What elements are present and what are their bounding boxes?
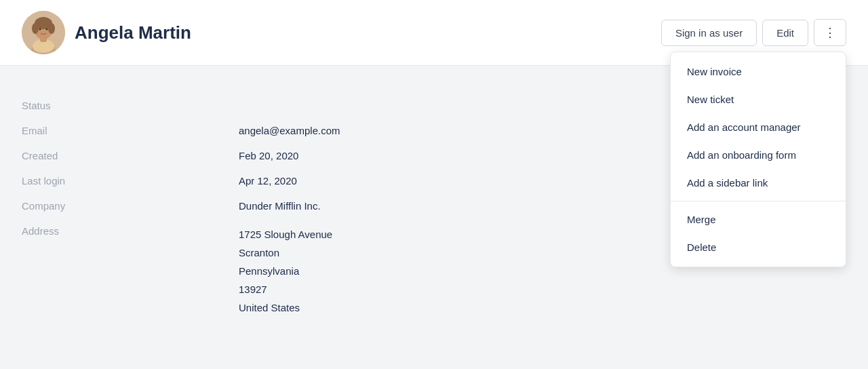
more-options-button[interactable]: ⋮ — [814, 19, 846, 46]
dropdown-item-add-sidebar-link[interactable]: Add a sidebar link — [671, 169, 846, 197]
table-row: Company Dunder Mifflin Inc. — [22, 193, 632, 218]
edit-button[interactable]: Edit — [762, 20, 808, 46]
dropdown-item-add-account-manager[interactable]: Add an account manager — [671, 113, 846, 141]
table-row: Last login Apr 12, 2020 — [22, 168, 632, 193]
table-row: Status — [22, 93, 632, 118]
label-address: Address — [22, 218, 239, 324]
dropdown-item-merge[interactable]: Merge — [671, 206, 846, 233]
value-company: Dunder Mifflin Inc. — [239, 193, 632, 218]
profile-table: Status Email angela@example.com Created … — [22, 93, 632, 324]
header: Angela Martin Sign in as user Edit ⋮ New… — [0, 0, 868, 66]
label-created: Created — [22, 143, 239, 168]
svg-point-6 — [32, 23, 39, 34]
value-email: angela@example.com — [239, 118, 632, 143]
svg-point-9 — [46, 28, 48, 31]
dropdown-menu: New invoice New ticket Add an account ma… — [670, 52, 846, 267]
label-status: Status — [22, 93, 239, 118]
dropdown-item-new-invoice[interactable]: New invoice — [671, 58, 846, 85]
label-company: Company — [22, 193, 239, 218]
value-created: Feb 20, 2020 — [239, 143, 632, 168]
dropdown-item-delete[interactable]: Delete — [671, 233, 846, 261]
value-last-login: Apr 12, 2020 — [239, 168, 632, 193]
sign-in-as-user-button[interactable]: Sign in as user — [661, 20, 757, 46]
dropdown-item-new-ticket[interactable]: New ticket — [671, 85, 846, 113]
header-actions: Sign in as user Edit ⋮ New invoice New t… — [661, 19, 846, 46]
svg-point-8 — [39, 28, 41, 31]
more-icon: ⋮ — [824, 26, 836, 39]
header-left: Angela Martin — [22, 11, 191, 54]
user-name: Angela Martin — [75, 22, 191, 43]
value-status — [239, 93, 632, 118]
avatar — [22, 11, 65, 54]
page: Angela Martin Sign in as user Edit ⋮ New… — [0, 0, 868, 369]
label-email: Email — [22, 118, 239, 143]
label-last-login: Last login — [22, 168, 239, 193]
table-row: Email angela@example.com — [22, 118, 632, 143]
svg-point-7 — [48, 23, 55, 34]
value-address: 1725 Slough Avenue Scranton Pennsylvania… — [239, 218, 632, 324]
dropdown-item-add-onboarding-form[interactable]: Add an onboarding form — [671, 141, 846, 169]
table-row: Created Feb 20, 2020 — [22, 143, 632, 168]
dropdown-divider — [671, 201, 846, 201]
table-row: Address 1725 Slough Avenue Scranton Penn… — [22, 218, 632, 324]
